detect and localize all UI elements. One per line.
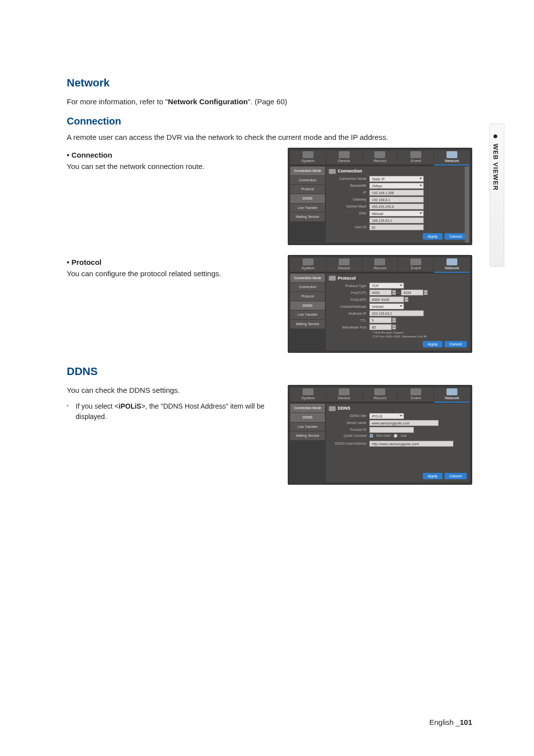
tab-record[interactable]: Record bbox=[362, 150, 398, 166]
webviewer-port[interactable]: 80 bbox=[369, 324, 392, 330]
ttl-input[interactable]: 5 bbox=[369, 317, 392, 323]
protocol-sub: You can configure the protocol related s… bbox=[67, 268, 273, 280]
side-connection-mode[interactable]: Connection Mode bbox=[290, 404, 325, 413]
dvr-panel-ddns: System Device Record Event Network Conne… bbox=[288, 385, 472, 485]
panel-title-protocol: Protocol bbox=[329, 276, 467, 281]
side-connection[interactable]: Connection bbox=[290, 283, 325, 292]
tab-record[interactable]: Record bbox=[362, 257, 398, 273]
tab-network[interactable]: Network bbox=[434, 150, 470, 166]
tab-device[interactable]: Device bbox=[326, 150, 362, 166]
page-footer: English _101 bbox=[429, 718, 472, 726]
side-mailing-service[interactable]: Mailing Service bbox=[290, 431, 325, 440]
tab-record[interactable]: Record bbox=[362, 387, 398, 403]
network-intro: For more information, refer to "Network … bbox=[67, 96, 472, 108]
cancel-button[interactable]: Cancel bbox=[445, 233, 467, 240]
bullet-protocol: Protocol bbox=[67, 258, 273, 266]
connection-desc: A remote user can access the DVR via the… bbox=[67, 132, 472, 143]
tab-event[interactable]: Event bbox=[398, 150, 434, 166]
side-tab-label: ● WEB VIEWER bbox=[490, 124, 500, 191]
side-tab: ● WEB VIEWER bbox=[490, 124, 504, 267]
tab-system[interactable]: System bbox=[290, 387, 326, 403]
tab-event[interactable]: Event bbox=[398, 387, 434, 403]
connection-mode-select[interactable]: Static IP bbox=[369, 176, 424, 182]
tab-event[interactable]: Event bbox=[398, 257, 434, 273]
apply-button[interactable]: Apply bbox=[423, 233, 443, 240]
dvr-panel-protocol: System Device Record Event Network Conne… bbox=[288, 255, 472, 353]
bullet-connection: Connection bbox=[67, 151, 273, 159]
gateway-input[interactable]: 192.168.0.1 bbox=[369, 197, 424, 203]
quick-connect-radio[interactable]: Not Used Use bbox=[369, 434, 407, 438]
dns-select[interactable]: Manual bbox=[369, 210, 424, 216]
side-live-transfer[interactable]: Live Transfer bbox=[290, 204, 325, 212]
heading-connection: Connection bbox=[67, 116, 472, 127]
connection-sub: You can set the network connection route… bbox=[67, 161, 273, 172]
dvr-panel-connection: System Device Record Event Network Conne… bbox=[288, 148, 472, 245]
dns-ip-input[interactable]: 168.126.63.1 bbox=[369, 217, 424, 223]
ddns-host-address[interactable]: http://www.samsungipolis.com/ bbox=[369, 441, 453, 447]
ddns-note: If you select <iPOLiS>, the "DDNS Host A… bbox=[67, 401, 273, 422]
tab-system[interactable]: System bbox=[290, 150, 326, 166]
proto-note-2: TCP Port 4505~4530, Webviewer Port 80 bbox=[372, 335, 467, 338]
tab-device[interactable]: Device bbox=[326, 257, 362, 273]
cancel-button[interactable]: Cancel bbox=[445, 341, 467, 347]
side-live-transfer[interactable]: Live Transfer bbox=[290, 422, 325, 431]
side-connection-mode[interactable]: Connection Mode bbox=[290, 167, 325, 175]
proto-note-1: * Multi Browser Support : bbox=[372, 331, 467, 334]
heading-network: Network bbox=[67, 77, 472, 89]
server-name-input[interactable]: www.samsungipolis.com bbox=[369, 420, 439, 426]
ddns-desc: You can check the DDNS settings. bbox=[67, 385, 273, 396]
cancel-button[interactable]: Cancel bbox=[445, 473, 467, 479]
heading-ddns: DDNS bbox=[67, 365, 472, 378]
ip-input[interactable]: 192.168.1.200 bbox=[369, 190, 424, 196]
side-protocol[interactable]: Protocol bbox=[290, 292, 325, 301]
side-ddns[interactable]: DDNS bbox=[290, 413, 325, 422]
side-ddns[interactable]: DDNS bbox=[290, 194, 325, 203]
tab-system[interactable]: System bbox=[290, 257, 326, 273]
scrollbar[interactable] bbox=[465, 167, 469, 243]
ddns-site-select[interactable]: iPOLiS bbox=[369, 413, 404, 419]
protocol-type-select[interactable]: TCP bbox=[369, 283, 404, 289]
apply-button[interactable]: Apply bbox=[423, 341, 443, 347]
port-tcp-from[interactable]: 4520 bbox=[369, 290, 392, 295]
side-live-transfer[interactable]: Live Transfer bbox=[290, 310, 325, 319]
tab-network[interactable]: Network bbox=[434, 387, 470, 403]
port-tcp-to[interactable]: 4524 bbox=[401, 290, 423, 295]
side-ddns[interactable]: DDNS bbox=[290, 301, 325, 310]
panel-title-ddns: DDNS bbox=[329, 406, 467, 411]
side-connection-mode[interactable]: Connection Mode bbox=[290, 274, 325, 283]
multicast-ip[interactable]: 224.126.63.1 bbox=[369, 310, 424, 316]
side-connection[interactable]: Connection bbox=[290, 176, 325, 185]
product-id-input[interactable] bbox=[369, 427, 414, 433]
apply-button[interactable]: Apply bbox=[423, 473, 443, 479]
port-udp[interactable]: 8000~8160 bbox=[369, 296, 404, 302]
bandwidth-select[interactable]: 2Mbps bbox=[369, 183, 424, 189]
tab-device[interactable]: Device bbox=[326, 387, 362, 403]
panel-title-connection: Connection bbox=[329, 168, 467, 174]
side-mailing-service[interactable]: Mailing Service bbox=[290, 320, 325, 329]
tab-network[interactable]: Network bbox=[434, 257, 470, 273]
unicast-select[interactable]: Unicast bbox=[369, 303, 404, 309]
subnet-input[interactable]: 255.255.255.0 bbox=[369, 204, 424, 210]
side-protocol[interactable]: Protocol bbox=[290, 185, 325, 194]
user-id-input[interactable]: ID bbox=[369, 224, 424, 230]
side-mailing-service[interactable]: Mailing Service bbox=[290, 212, 325, 221]
